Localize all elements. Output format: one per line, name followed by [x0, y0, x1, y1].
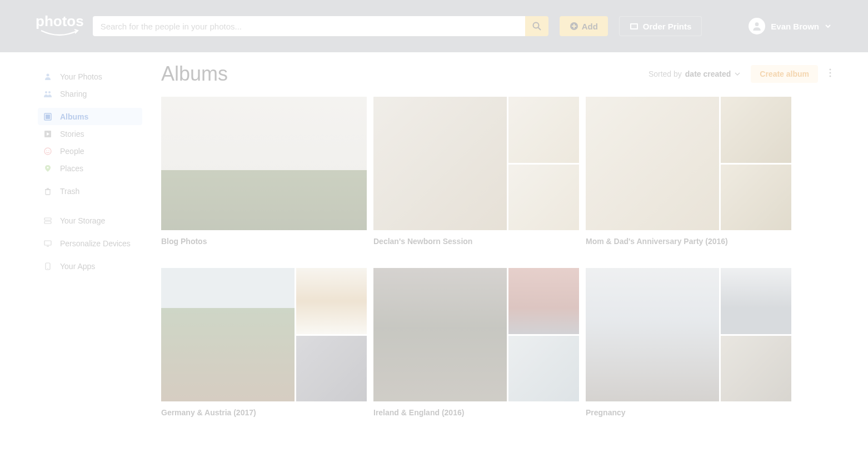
album-card[interactable]: Declan's Newborn Session: [373, 97, 579, 246]
svg-point-14: [48, 150, 49, 151]
apps-icon: [43, 262, 52, 271]
search-input[interactable]: [93, 16, 525, 36]
svg-rect-10: [46, 115, 50, 119]
album-card[interactable]: Ireland & England (2016): [373, 268, 579, 417]
album-thumbnail: [721, 97, 791, 163]
album-thumbnail: [721, 268, 791, 334]
sidebar-item-label: Albums: [60, 112, 88, 121]
search-button[interactable]: [525, 16, 548, 36]
sidebar-item-label: Places: [60, 164, 83, 173]
album-card[interactable]: Pregnancy: [586, 268, 791, 417]
logo-text: photos: [36, 14, 84, 28]
sidebar-item-label: Your Storage: [60, 216, 105, 225]
chevron-down-icon: [825, 23, 831, 29]
sidebar-item-sharing[interactable]: Sharing: [38, 85, 142, 102]
svg-point-22: [830, 69, 831, 71]
sidebar-item-label: Your Apps: [60, 262, 95, 271]
sort-dropdown[interactable]: Sorted by date created: [648, 69, 741, 78]
svg-point-13: [46, 150, 47, 151]
album-thumbnails: [161, 268, 367, 401]
album-title: Declan's Newborn Session: [373, 237, 579, 246]
album-thumbnails: [586, 97, 791, 230]
album-thumbnail: [161, 268, 295, 401]
album-title: Mom & Dad's Anniversary Party (2016): [586, 237, 791, 246]
add-label: Add: [582, 22, 598, 31]
svg-point-12: [44, 148, 51, 155]
sidebar-item-storage[interactable]: Your Storage: [38, 212, 142, 229]
sidebar-item-label: Trash: [60, 187, 79, 196]
search-bar: [93, 16, 548, 36]
album-title: Germany & Austria (2017): [161, 408, 367, 417]
album-thumbnail: [586, 268, 719, 401]
album-card[interactable]: Blog Photos: [161, 97, 367, 246]
order-prints-button[interactable]: Order Prints: [619, 16, 702, 36]
sidebar-item-label: Stories: [60, 130, 84, 138]
album-thumbnail: [721, 165, 791, 231]
sidebar-item-apps[interactable]: Your Apps: [38, 257, 142, 275]
sidebar-item-stories[interactable]: Stories: [38, 125, 142, 142]
main-content: Albums Sorted by date created Create alb…: [150, 52, 868, 417]
sidebar: Your Photos Sharing Albums Stories Peopl…: [0, 52, 150, 417]
sidebar-item-places[interactable]: Places: [38, 160, 142, 177]
devices-icon: [43, 239, 52, 248]
album-card[interactable]: Germany & Austria (2017): [161, 268, 367, 417]
more-menu-button[interactable]: [826, 65, 835, 83]
user-menu[interactable]: Evan Brown: [749, 18, 831, 34]
page-title: Albums: [161, 62, 228, 86]
album-thumbnail: [508, 268, 579, 334]
svg-rect-4: [631, 24, 637, 28]
more-vertical-icon: [829, 68, 831, 77]
storage-icon: [43, 216, 52, 225]
search-icon: [532, 22, 541, 31]
album-thumbnail: [296, 336, 367, 402]
albums-grid: Blog Photos Declan's Newborn Session: [161, 97, 868, 417]
svg-rect-18: [44, 221, 51, 223]
svg-point-7: [45, 91, 47, 93]
album-card[interactable]: Mom & Dad's Anniversary Party (2016): [586, 97, 791, 246]
sidebar-item-personalize[interactable]: Personalize Devices: [38, 235, 142, 252]
svg-point-5: [755, 22, 759, 26]
logo-swoosh-icon: [40, 28, 79, 38]
album-thumbnails: [373, 268, 579, 401]
album-thumbnails: [161, 97, 367, 230]
sidebar-item-trash[interactable]: Trash: [38, 182, 142, 200]
app-header: photos Add Order Prints Evan Brown: [0, 0, 868, 52]
page-header: Albums Sorted by date created Create alb…: [161, 62, 868, 86]
album-title: Blog Photos: [161, 237, 367, 246]
sort-value: date created: [685, 69, 731, 78]
svg-line-1: [538, 28, 541, 31]
svg-rect-16: [46, 190, 50, 195]
svg-rect-19: [44, 241, 51, 245]
create-album-button[interactable]: Create album: [751, 65, 818, 83]
album-thumbnail: [508, 336, 579, 402]
avatar: [749, 18, 765, 34]
album-icon: [43, 112, 52, 121]
svg-point-23: [830, 72, 831, 74]
svg-point-8: [48, 91, 51, 93]
sidebar-item-your-photos[interactable]: Your Photos: [38, 68, 142, 85]
play-icon: [43, 130, 52, 138]
album-thumbnails: [373, 97, 579, 230]
pin-icon: [43, 164, 52, 173]
person-icon: [43, 72, 52, 81]
svg-point-21: [47, 268, 48, 269]
sidebar-item-label: Sharing: [60, 90, 87, 98]
app-logo[interactable]: photos: [36, 14, 84, 38]
sidebar-item-people[interactable]: People: [38, 142, 142, 160]
sidebar-item-albums[interactable]: Albums: [38, 108, 142, 125]
sidebar-item-label: People: [60, 147, 84, 156]
sidebar-item-label: Your Photos: [60, 72, 102, 81]
plus-circle-icon: [570, 22, 578, 31]
chevron-down-icon: [734, 71, 741, 77]
album-thumbnail: [373, 97, 507, 230]
album-title: Pregnancy: [586, 408, 791, 417]
prints-icon: [630, 22, 638, 31]
svg-point-15: [47, 167, 49, 168]
svg-point-6: [47, 73, 49, 76]
order-prints-label: Order Prints: [643, 22, 692, 31]
smile-icon: [43, 147, 52, 156]
sidebar-item-label: Personalize Devices: [60, 239, 131, 248]
svg-rect-17: [44, 218, 51, 220]
add-button[interactable]: Add: [560, 16, 608, 36]
album-thumbnails: [586, 268, 791, 401]
